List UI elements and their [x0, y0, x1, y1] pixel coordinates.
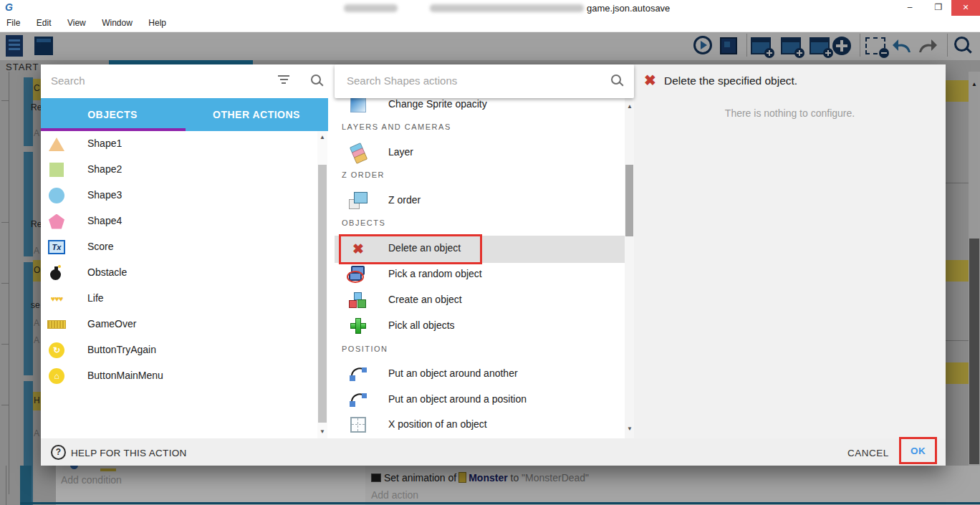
bomb-icon — [47, 263, 67, 283]
home-button-icon: ⌂ — [47, 366, 67, 386]
list-item-score[interactable]: Tx Score — [41, 234, 317, 260]
section-header-z-order: Z ORDER — [342, 170, 385, 179]
help-for-this-action-button[interactable]: HELP FOR THIS ACTION — [71, 448, 187, 458]
list-item-shape3[interactable]: Shape3 — [41, 183, 317, 208]
actions-scrollbar-thumb[interactable] — [625, 165, 633, 236]
object-search-bar — [41, 64, 328, 98]
list-item-buttonmainmenu[interactable]: ⌂ ButtonMainMenu — [41, 363, 317, 389]
action-label: Put an object around a position — [388, 393, 527, 405]
action-label: Z order — [388, 194, 421, 206]
cancel-button[interactable]: CANCEL — [840, 448, 897, 458]
restore-button[interactable]: ❐ — [924, 0, 953, 16]
tab-other-actions[interactable]: OTHER ACTIONS — [185, 98, 328, 131]
object-label: ButtonTryAgain — [87, 344, 156, 355]
scroll-down-icon[interactable]: ▼ — [320, 429, 325, 435]
list-item-create-an-object[interactable]: Create an object — [335, 287, 625, 313]
action-configuration-panel: ✖ Delete the specified object. There is … — [634, 64, 946, 438]
list-item-put-object-around-position[interactable]: Put an object around a position — [335, 387, 625, 413]
list-item-gameover[interactable]: GameOver — [41, 312, 317, 337]
list-item-pick-random-object[interactable]: Pick a random object — [335, 261, 625, 287]
action-label: Change Sprite opacity — [388, 98, 487, 110]
action-label: Layer — [388, 146, 413, 158]
triangle-icon — [47, 134, 67, 154]
ok-highlight-box — [899, 437, 937, 464]
list-item-layer[interactable]: Layer — [335, 140, 625, 165]
action-label: X position of an object — [388, 418, 487, 430]
banner-icon — [47, 314, 67, 335]
list-item-z-order[interactable]: Z order — [335, 188, 625, 213]
tab-objects[interactable]: OBJECTS — [41, 98, 184, 131]
minimize-button[interactable]: – — [895, 0, 924, 16]
object-label: Shape1 — [87, 138, 122, 149]
section-header-layers-cameras: LAYERS AND CAMERAS — [342, 122, 451, 131]
refresh-button-icon: ↻ — [47, 340, 67, 360]
circle-icon — [47, 186, 67, 206]
object-label: Life — [87, 292, 104, 304]
help-icon: ? — [51, 445, 66, 460]
redacted-title-segment — [344, 4, 398, 12]
put-around-icon — [347, 389, 369, 410]
scroll-up-icon[interactable]: ▲ — [627, 104, 633, 110]
object-label: ButtonMainMenu — [87, 370, 163, 381]
object-label: Score — [87, 241, 114, 252]
hearts-icon: ♥♥♥ — [47, 289, 67, 309]
x-position-icon — [347, 414, 369, 436]
filter-icon[interactable] — [278, 75, 289, 86]
object-label: Shape4 — [87, 215, 122, 226]
actions-list-panel: Change Sprite opacity LAYERS AND CAMERAS… — [335, 64, 634, 438]
menu-view[interactable]: View — [61, 16, 92, 28]
list-item-x-position-of-object[interactable]: X position of an object — [335, 412, 625, 438]
search-icon[interactable] — [311, 74, 324, 87]
objects-scrollbar-thumb[interactable] — [318, 165, 327, 423]
list-item-shape2[interactable]: Shape2 — [41, 157, 317, 183]
scroll-up-icon[interactable]: ▲ — [320, 135, 325, 140]
put-around-icon — [347, 363, 369, 385]
layers-icon — [347, 142, 369, 163]
section-header-position: POSITION — [342, 345, 388, 353]
title-bar: G game.json.autosave – ❐ ✕ — [0, 0, 980, 16]
menu-help[interactable]: Help — [142, 16, 173, 28]
menu-edit[interactable]: Edit — [30, 16, 58, 28]
redacted-title-segment — [430, 4, 584, 12]
list-item-shape4[interactable]: Shape4 — [41, 208, 317, 234]
object-label: GameOver — [87, 318, 136, 330]
scroll-down-icon[interactable]: ▼ — [627, 426, 633, 432]
delete-object-highlight-box — [339, 234, 482, 264]
actions-scrollbar[interactable]: ▲ ▼ — [625, 98, 634, 438]
menu-file[interactable]: File — [0, 16, 27, 28]
create-object-icon — [347, 289, 369, 311]
gdevelop-logo-icon: G — [5, 2, 16, 13]
section-header-objects: OBJECTS — [342, 218, 385, 227]
list-item-obstacle[interactable]: Obstacle — [41, 260, 317, 286]
action-description: Delete the specified object. — [664, 74, 797, 87]
action-label: Put an object around another — [388, 367, 518, 379]
window-title: game.json.autosave — [587, 3, 670, 14]
actions-search-bar — [335, 64, 634, 98]
search-icon[interactable] — [611, 74, 624, 87]
list-item-shape1[interactable]: Shape1 — [41, 131, 317, 157]
close-button[interactable]: ✕ — [951, 0, 980, 16]
z-order-icon — [347, 190, 369, 211]
list-item-pick-all-objects[interactable]: Pick all objects — [335, 313, 625, 339]
action-editor-dialog: OBJECTS OTHER ACTIONS Shape1 Shape2 Shap… — [41, 64, 946, 466]
object-label: Obstacle — [87, 266, 127, 278]
list-item-put-object-around-another[interactable]: Put an object around another — [335, 361, 625, 387]
menu-bar: File Edit View Window Help — [0, 16, 980, 32]
objects-list: Shape1 Shape2 Shape3 Shape4 Tx Score Obs… — [41, 131, 328, 438]
actions-search-input[interactable] — [345, 74, 563, 87]
green-plus-icon — [347, 315, 369, 337]
list-item-buttontryagain[interactable]: ↻ ButtonTryAgain — [41, 337, 317, 363]
dialog-footer: ? HELP FOR THIS ACTION CANCEL OK — [41, 438, 946, 466]
square-icon — [47, 160, 67, 180]
pick-random-icon — [347, 264, 369, 285]
nothing-to-configure-text: There is nothing to configure. — [634, 107, 946, 119]
menu-window[interactable]: Window — [95, 16, 139, 28]
left-panel-tabs: OBJECTS OTHER ACTIONS — [41, 98, 328, 131]
action-label: Pick all objects — [388, 319, 455, 331]
object-label: Shape3 — [87, 189, 122, 201]
action-label: Pick a random object — [388, 268, 482, 279]
delete-action-icon: ✖ — [644, 72, 656, 89]
pentagon-icon — [47, 211, 67, 231]
list-item-life[interactable]: ♥♥♥ Life — [41, 286, 317, 312]
object-search-input[interactable] — [49, 74, 267, 87]
